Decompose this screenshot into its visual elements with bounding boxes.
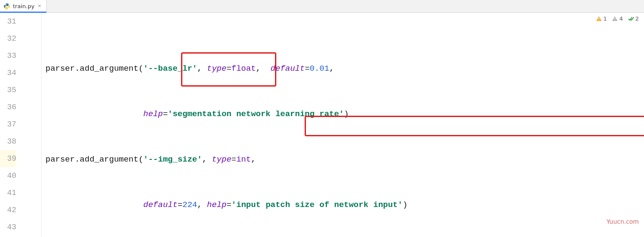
svg-rect-5 [615,20,615,20]
svg-rect-2 [599,18,599,20]
svg-point-1 [8,8,8,9]
code-line[interactable]: parser.add_argument('--img_size', type=i… [25,151,644,168]
svg-rect-3 [599,20,599,20]
line-number: 34 [0,64,16,81]
typo-check-icon [628,16,634,22]
typo-count: 2 [635,15,639,22]
warning-grey-icon [612,16,618,22]
line-number: 43 [0,219,16,236]
warning-yellow-count: 1 [603,15,607,22]
line-number: 38 [0,133,16,150]
watermark: Yuucn.com [606,218,639,225]
python-file-icon [3,3,10,10]
svg-point-0 [6,4,6,4]
line-gutter: 31 32 33 34 35 36 37 38 39 40 41 42 43 [0,13,25,237]
line-number: 41 [0,184,16,201]
warning-grey-count: 4 [619,15,623,22]
warning-grey-badge[interactable]: 4 [612,15,623,22]
line-number: 31 [0,13,16,30]
typo-badge[interactable]: 2 [628,15,639,22]
svg-rect-4 [615,18,615,20]
line-number: 39 [0,150,16,167]
tab-bar: train.py × [0,0,644,13]
line-number: 33 [0,47,16,64]
inspection-status[interactable]: 1 4 2 [596,15,639,22]
code-line[interactable]: parser.add_argument('--base_lr', type=fl… [25,60,644,77]
line-number: 37 [0,116,16,133]
code-line[interactable]: help='segmentation network learning rate… [25,105,644,123]
warning-yellow-icon [596,16,602,22]
tab-filename: train.py [13,3,34,9]
line-number: 35 [0,81,16,99]
line-number: 32 [0,30,16,47]
code-area[interactable]: parser.add_argument('--base_lr', type=fl… [25,13,644,237]
line-number: 42 [0,201,16,219]
line-number: 40 [0,167,16,184]
code-editor[interactable]: 1 4 2 31 32 33 34 35 36 37 38 39 40 41 4… [0,13,644,237]
close-icon[interactable]: × [37,3,42,9]
file-tab[interactable]: train.py × [0,0,47,12]
code-line[interactable]: default=224, help='input patch size of n… [25,196,644,213]
line-number: 36 [0,99,16,116]
warning-yellow-badge[interactable]: 1 [596,15,607,22]
